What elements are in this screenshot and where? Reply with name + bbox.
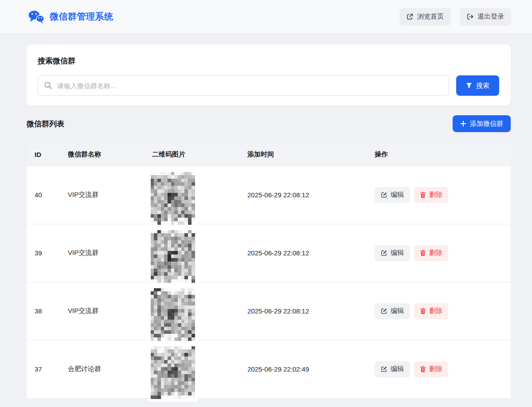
edit-label: 编辑 (391, 249, 404, 257)
cell-group-name: VIP交流群 (60, 224, 144, 282)
edit-icon (381, 366, 387, 372)
cell-actions: 编辑 删除 (367, 166, 511, 224)
logout-button[interactable]: 退出登录 (460, 8, 511, 26)
table-row: 38 VIP交流群 2025-06-29 22:08:12 (27, 282, 511, 340)
cell-actions: 编辑 删除 (367, 224, 511, 282)
browse-home-label: 浏览首页 (417, 12, 444, 21)
table-row: 39 VIP交流群 2025-06-29 22:08:12 (27, 224, 511, 282)
search-button[interactable]: 搜索 (456, 75, 499, 96)
cell-actions: 编辑 删除 (367, 340, 511, 398)
page-title: 微信群管理系统 (50, 11, 113, 23)
edit-button[interactable]: 编辑 (375, 303, 410, 319)
filter-icon (466, 82, 472, 89)
trash-icon (420, 250, 426, 256)
top-bar-actions: 浏览首页 退出登录 (399, 8, 511, 26)
cell-actions: 编辑 删除 (367, 282, 511, 340)
add-group-button[interactable]: 添加微信群 (453, 115, 511, 132)
delete-button[interactable]: 删除 (414, 303, 448, 319)
qr-image (151, 346, 195, 399)
delete-label: 删除 (429, 307, 442, 315)
search-field (38, 75, 449, 96)
delete-button[interactable]: 删除 (414, 187, 448, 203)
search-icon (44, 81, 52, 91)
cell-group-name: VIP交流群 (60, 166, 144, 224)
cell-added-time: 2025-06-29 22:02:49 (239, 340, 367, 398)
search-input[interactable] (38, 75, 449, 96)
cell-id: 38 (27, 282, 60, 340)
qr-image-frame (148, 169, 198, 227)
trash-icon (420, 308, 426, 314)
qr-image-frame (148, 286, 198, 344)
external-link-icon (407, 13, 413, 20)
col-header-id: ID (27, 144, 60, 166)
wechat-logo-icon (28, 10, 44, 23)
search-row: 搜索 (38, 75, 499, 96)
cell-added-time: 2025-06-29 22:08:12 (239, 224, 367, 282)
col-header-qrcode: 二维码图片 (144, 144, 239, 166)
group-table: ID 微信群名称 二维码图片 添加时间 操作 40 VIP交流群 20 (27, 144, 511, 399)
table-row: 40 VIP交流群 2025-06-29 22:08:12 (27, 166, 511, 224)
qr-image-frame (148, 227, 198, 286)
col-header-name: 微信群名称 (60, 144, 144, 166)
cell-qrcode (144, 340, 239, 398)
add-group-label: 添加微信群 (470, 120, 503, 128)
cell-qrcode (144, 166, 239, 224)
qr-image (151, 172, 195, 225)
trash-icon (420, 192, 426, 198)
brand: 微信群管理系统 (28, 10, 113, 23)
cell-qrcode (144, 224, 239, 282)
cell-id: 39 (27, 224, 60, 282)
delete-button[interactable]: 删除 (414, 245, 448, 261)
edit-label: 编辑 (391, 191, 404, 199)
cell-id: 40 (27, 166, 60, 224)
logout-label: 退出登录 (477, 12, 504, 21)
cell-group-name: VIP交流群 (60, 282, 144, 340)
list-section-head: 微信群列表 添加微信群 (27, 115, 511, 132)
edit-label: 编辑 (391, 365, 404, 373)
delete-label: 删除 (429, 249, 442, 257)
edit-icon (381, 192, 387, 198)
delete-label: 删除 (429, 191, 442, 199)
search-heading: 搜索微信群 (38, 56, 499, 66)
table-header-row: ID 微信群名称 二维码图片 添加时间 操作 (27, 144, 511, 166)
sign-out-icon (467, 13, 473, 20)
table-row: 37 合肥讨论群 2025-06-29 22:02:49 (27, 340, 511, 398)
cell-id: 37 (27, 340, 60, 398)
edit-button[interactable]: 编辑 (375, 187, 410, 203)
edit-icon (381, 250, 387, 256)
edit-button[interactable]: 编辑 (375, 245, 410, 261)
top-bar: 微信群管理系统 浏览首页 退出登录 (0, 0, 532, 34)
cell-added-time: 2025-06-29 22:08:12 (239, 282, 367, 340)
qr-image (151, 288, 195, 341)
qr-image (151, 230, 195, 283)
list-heading: 微信群列表 (27, 119, 64, 129)
plus-icon (460, 121, 466, 127)
cell-group-name: 合肥讨论群 (60, 340, 144, 398)
search-button-label: 搜索 (476, 82, 489, 90)
col-header-added-time: 添加时间 (239, 144, 367, 166)
trash-icon (420, 366, 426, 372)
edit-label: 编辑 (391, 307, 404, 315)
edit-button[interactable]: 编辑 (375, 361, 410, 377)
edit-icon (381, 308, 387, 314)
col-header-actions: 操作 (367, 144, 511, 166)
qr-image-frame (148, 344, 198, 402)
cell-added-time: 2025-06-29 22:08:12 (239, 166, 367, 224)
cell-qrcode (144, 282, 239, 340)
delete-button[interactable]: 删除 (414, 361, 448, 377)
search-card: 搜索微信群 搜索 (27, 44, 511, 106)
browse-home-button[interactable]: 浏览首页 (399, 8, 451, 26)
delete-label: 删除 (429, 365, 442, 373)
